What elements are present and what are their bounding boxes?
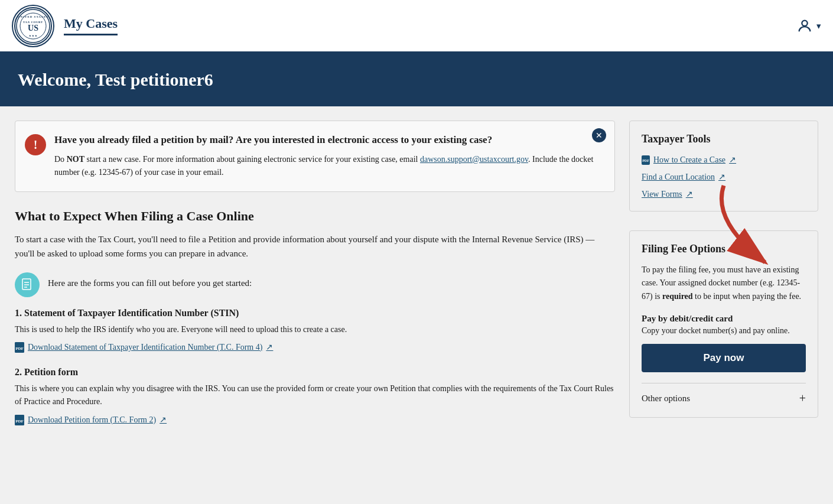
ext-icon-2: ↗ <box>718 172 725 182</box>
logo: UNITED STATES TAX COURT US ★ ★ ★ <box>12 5 54 47</box>
user-account-button[interactable]: ▾ <box>796 18 821 34</box>
pdf-svg-2: PDF <box>15 415 24 425</box>
main-content: ! Have you already filed a petition by m… <box>3 106 830 454</box>
alert-text: Do NOT start a new case. For more inform… <box>54 153 603 180</box>
filing-fee-card: Filing Fee Options To pay the filing fee… <box>629 230 818 418</box>
ext-icon-3: ↗ <box>686 189 693 199</box>
forms-intro-row: Here are the forms you can fill out befo… <box>15 272 615 297</box>
other-options-row[interactable]: Other options + <box>642 383 806 405</box>
document-icon <box>21 278 34 291</box>
welcome-text: Welcome, Test petitioner6 <box>18 70 213 89</box>
pdf-svg-1: PDF <box>15 342 24 353</box>
view-forms-link[interactable]: View Forms ↗ <box>642 189 806 199</box>
logo-inner: UNITED STATES TAX COURT US ★ ★ ★ <box>14 7 52 45</box>
ext-link-icon-2: ↗ <box>160 415 167 425</box>
right-column: Taxpayer Tools PDF How to Create a Case … <box>629 121 818 440</box>
left-column: ! Have you already filed a petition by m… <box>15 121 615 440</box>
forms-icon-circle <box>15 272 40 297</box>
welcome-banner: Welcome, Test petitioner6 <box>0 53 833 106</box>
section-heading: What to Expect When Filing a Case Online <box>15 209 615 224</box>
alert-close-button[interactable]: ✕ <box>592 128 606 142</box>
alert-box: ! Have you already filed a petition by m… <box>15 121 615 192</box>
section-intro: To start a case with the Tax Court, you'… <box>15 232 615 261</box>
pay-now-button[interactable]: Pay now <box>642 344 806 372</box>
alert-not: NOT <box>67 155 84 164</box>
svg-rect-7 <box>22 279 31 290</box>
form2-title: 2. Petition form <box>15 367 615 378</box>
form2-download-link[interactable]: PDF Download Petition form (T.C. Form 2)… <box>15 415 615 425</box>
svg-text:PDF: PDF <box>642 159 649 162</box>
pdf-icon-2: PDF <box>15 415 24 425</box>
chevron-down-icon: ▾ <box>816 21 821 31</box>
svg-text:PDF: PDF <box>15 419 24 424</box>
find-court-link[interactable]: Find a Court Location ↗ <box>642 172 806 182</box>
form-item-1: 1. Statement of Taxpayer Identification … <box>15 308 615 353</box>
filing-fee-desc: To pay the filing fee, you must have an … <box>642 264 806 303</box>
find-court-label: Find a Court Location <box>642 173 715 182</box>
header: UNITED STATES TAX COURT US ★ ★ ★ My Case… <box>0 0 833 53</box>
user-icon <box>796 18 813 34</box>
svg-text:UNITED STATES: UNITED STATES <box>18 15 48 18</box>
logo-svg: UNITED STATES TAX COURT US ★ ★ ★ <box>15 8 51 44</box>
header-left: UNITED STATES TAX COURT US ★ ★ ★ My Case… <box>12 5 118 47</box>
form2-desc: This is where you can explain why you di… <box>15 382 615 409</box>
plus-icon: + <box>799 392 806 405</box>
pdf-link-icon-1: PDF <box>642 155 650 165</box>
form2-download-label: Download Petition form (T.C. Form 2) <box>28 415 156 425</box>
svg-text:US: US <box>28 24 38 32</box>
other-options-label: Other options <box>642 394 690 404</box>
form-item-2: 2. Petition form This is where you can e… <box>15 367 615 425</box>
ext-link-icon-1: ↗ <box>266 342 273 352</box>
svg-text:PDF: PDF <box>15 346 24 351</box>
pdf-icon-1: PDF <box>15 342 24 353</box>
alert-title: Have you already filed a petition by mai… <box>54 133 603 147</box>
form1-download-link[interactable]: PDF Download Statement of Taxpayer Ident… <box>15 342 615 353</box>
nav-title[interactable]: My Cases <box>64 16 118 35</box>
filing-fee-title: Filing Fee Options <box>642 243 806 255</box>
alert-icon: ! <box>25 134 46 155</box>
svg-point-6 <box>802 20 807 25</box>
how-to-create-link[interactable]: PDF How to Create a Case ↗ <box>642 155 806 165</box>
required-text: required <box>662 292 693 301</box>
form1-download-label: Download Statement of Taxpayer Identific… <box>28 343 262 352</box>
how-to-create-label: How to Create a Case <box>653 155 725 165</box>
view-forms-label: View Forms <box>642 190 682 199</box>
pay-debit-desc: Copy your docket number(s) and pay onlin… <box>642 326 806 336</box>
svg-text:★ ★ ★: ★ ★ ★ <box>29 34 37 37</box>
form1-title: 1. Statement of Taxpayer Identification … <box>15 308 615 318</box>
alert-body: Have you already filed a petition by mai… <box>54 133 603 180</box>
form1-desc: This is used to help the IRS identify wh… <box>15 323 615 336</box>
alert-email[interactable]: dawson.support@ustaxcourt.gov <box>420 155 528 164</box>
taxpayer-tools-card: Taxpayer Tools PDF How to Create a Case … <box>629 121 818 212</box>
forms-intro-text: Here are the forms you can fill out befo… <box>48 272 252 290</box>
ext-icon-1: ↗ <box>729 155 736 165</box>
pay-debit-label: Pay by debit/credit card <box>642 314 806 324</box>
taxpayer-tools-title: Taxpayer Tools <box>642 133 806 145</box>
